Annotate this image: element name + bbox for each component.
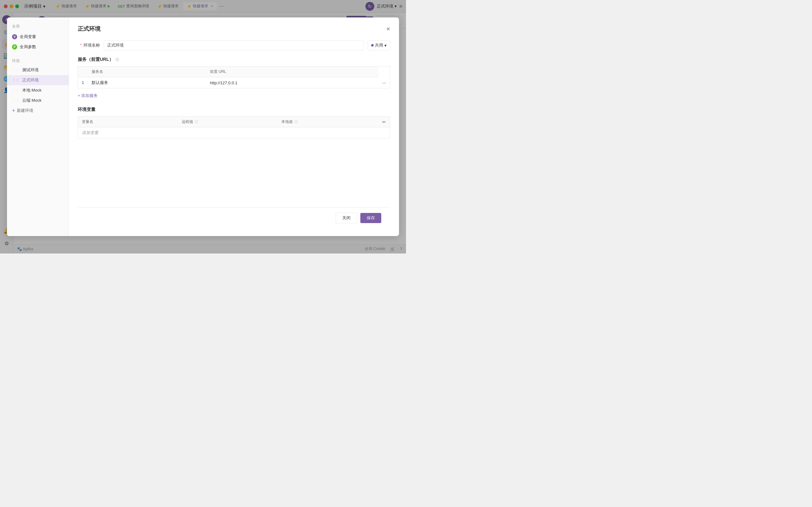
- var-add-row[interactable]: 添加变量: [78, 127, 390, 138]
- var-section-title: 环境变量: [78, 107, 390, 112]
- env-section-label: 环境: [7, 56, 68, 65]
- service-table-header: 服务名 前置 URL: [78, 66, 390, 77]
- var-placeholder[interactable]: 添加变量: [78, 127, 178, 138]
- global-var-icon: V: [12, 34, 17, 39]
- dialog-title: 正式环境: [78, 25, 101, 33]
- env-name-label: * 环境名称: [78, 43, 100, 48]
- global-section-label: 全局: [7, 22, 68, 31]
- local-help-icon[interactable]: ⓘ: [294, 120, 298, 124]
- sidebar-env-production[interactable]: ⋮⋮ 正式环境: [7, 75, 68, 85]
- drag-handle-production: ⋮⋮: [12, 78, 19, 82]
- service-name-cell: 默认服务: [88, 77, 206, 89]
- service-row-1: 1 默认服务 http://127.0.0.1 ···: [78, 77, 390, 89]
- remote-help-icon[interactable]: ⓘ: [195, 120, 198, 124]
- shared-select[interactable]: 共用 ▾: [368, 40, 390, 50]
- dialog-save-button[interactable]: 保存: [360, 213, 381, 223]
- col-var-name: 变量名: [78, 117, 178, 127]
- environment-dialog: 全局 V 全局变量 P 全局参数 环境 ⋮⋮ 测试环境 ⋮⋮ 正式环境 ⋮⋮ 本…: [7, 17, 399, 236]
- dialog-close-button[interactable]: ×: [386, 26, 390, 32]
- add-service-button[interactable]: + 添加服务: [78, 91, 390, 101]
- var-table: 变量名 远程值 ⓘ 本地值 ⓘ ✏ 添加变: [78, 116, 390, 138]
- sidebar-env-cloud-mock[interactable]: ⋮⋮ 云端 Mock: [7, 95, 68, 106]
- service-table: 服务名 前置 URL 1 默认服务 http://127.0.0.1 ···: [78, 66, 390, 89]
- env-name-input[interactable]: [104, 41, 364, 50]
- add-env-button[interactable]: + 新建环境: [7, 106, 68, 116]
- sidebar-env-test[interactable]: ⋮⋮ 测试环境: [7, 65, 68, 75]
- sidebar-env-local-mock[interactable]: ⋮⋮ 本地 Mock: [7, 85, 68, 95]
- cancel-button[interactable]: 关闭: [336, 213, 357, 223]
- sidebar-item-global-var[interactable]: V 全局变量: [7, 32, 68, 42]
- col-service-url: 前置 URL: [206, 66, 379, 77]
- dialog-main: 正式环境 × * 环境名称 共用 ▾ 服务（前置URL） ⓘ: [69, 17, 399, 236]
- shared-dot: [371, 44, 374, 47]
- col-service-name: 服务名: [88, 66, 206, 77]
- service-help-icon[interactable]: ⓘ: [115, 58, 119, 61]
- col-index: [78, 66, 88, 77]
- drag-handle-cloud-mock: ⋮⋮: [12, 99, 19, 103]
- sidebar-item-global-param[interactable]: P 全局参数: [7, 42, 68, 52]
- global-param-icon: P: [12, 44, 17, 49]
- var-table-header: 变量名 远程值 ⓘ 本地值 ⓘ ✏: [78, 117, 390, 127]
- dialog-sidebar: 全局 V 全局变量 P 全局参数 环境 ⋮⋮ 测试环境 ⋮⋮ 正式环境 ⋮⋮ 本…: [7, 17, 69, 236]
- dialog-footer: 关闭 保存: [78, 207, 390, 228]
- dialog-header: 正式环境 ×: [78, 25, 390, 33]
- col-remote-val: 远程值 ⓘ: [178, 117, 277, 127]
- env-name-row: * 环境名称 共用 ▾: [78, 40, 390, 50]
- drag-handle-local-mock: ⋮⋮: [12, 89, 19, 93]
- drag-handle-test: ⋮⋮: [12, 68, 19, 72]
- col-local-val: 本地值 ⓘ: [277, 117, 377, 127]
- service-row-num: 1: [78, 77, 88, 89]
- service-row-more[interactable]: ···: [378, 77, 390, 89]
- edit-table-icon[interactable]: ✏: [382, 119, 386, 124]
- col-actions: ✏: [377, 117, 390, 127]
- service-section-title: 服务（前置URL） ⓘ: [78, 57, 390, 62]
- service-url-cell[interactable]: http://127.0.0.1: [206, 77, 379, 89]
